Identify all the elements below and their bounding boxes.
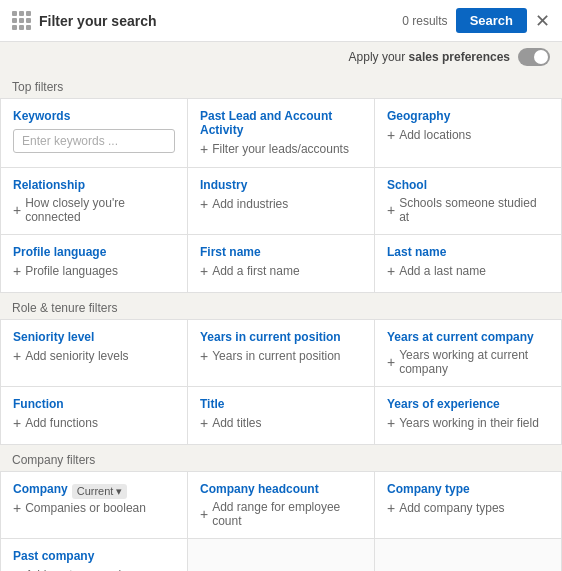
results-count: 0 results (402, 14, 447, 28)
plus-icon: + (13, 567, 21, 571)
sales-pref-label: Apply your sales preferences (349, 50, 510, 64)
sales-pref-bar: Apply your sales preferences (0, 42, 562, 72)
filter-empty-2 (375, 539, 562, 571)
plus-icon: + (13, 348, 21, 364)
filter-industry-label[interactable]: Industry (200, 178, 362, 192)
plus-icon: + (387, 202, 395, 218)
filter-geography-label[interactable]: Geography (387, 109, 549, 123)
filter-past-company-label[interactable]: Past company (13, 549, 175, 563)
filter-seniority-value[interactable]: + Add seniority levels (13, 348, 175, 364)
filter-years-current-company-value[interactable]: + Years working at current company (387, 348, 549, 376)
close-icon[interactable]: ✕ (535, 12, 550, 30)
filter-last-name-label[interactable]: Last name (387, 245, 549, 259)
plus-icon: + (200, 196, 208, 212)
filter-geography: Geography + Add locations (375, 99, 562, 168)
filter-company-value[interactable]: + Companies or boolean (13, 500, 175, 516)
company-filters-grid: Company Current ▾ + Companies or boolean… (0, 471, 562, 571)
filter-school-label[interactable]: School (387, 178, 549, 192)
keywords-input[interactable] (13, 129, 175, 153)
filter-industry-value[interactable]: + Add industries (200, 196, 362, 212)
filter-last-name: Last name + Add a last name (375, 235, 562, 293)
filter-company: Company Current ▾ + Companies or boolean (1, 472, 188, 539)
plus-icon: + (387, 354, 395, 370)
filter-company-headcount-label[interactable]: Company headcount (200, 482, 362, 496)
plus-icon: + (200, 141, 208, 157)
plus-icon: + (13, 202, 21, 218)
filter-seniority-label[interactable]: Seniority level (13, 330, 175, 344)
plus-icon: + (13, 500, 21, 516)
sales-pref-toggle[interactable] (518, 48, 550, 66)
plus-icon: + (13, 415, 21, 431)
filter-title-value[interactable]: + Add titles (200, 415, 362, 431)
top-filters-grid: Keywords Past Lead and Account Activity … (0, 98, 562, 293)
filter-function-label[interactable]: Function (13, 397, 175, 411)
filter-first-name-value[interactable]: + Add a first name (200, 263, 362, 279)
filter-years-current-pos-label[interactable]: Years in current position (200, 330, 362, 344)
filter-geography-value[interactable]: + Add locations (387, 127, 549, 143)
plus-icon: + (387, 415, 395, 431)
filter-function: Function + Add functions (1, 387, 188, 445)
filter-profile-language-label[interactable]: Profile language (13, 245, 175, 259)
filter-years-experience: Years of experience + Years working in t… (375, 387, 562, 445)
filter-past-lead-value[interactable]: + Filter your leads/accounts (200, 141, 362, 157)
role-tenure-grid: Seniority level + Add seniority levels Y… (0, 319, 562, 445)
grid-icon (12, 11, 31, 30)
filter-last-name-value[interactable]: + Add a last name (387, 263, 549, 279)
filter-seniority: Seniority level + Add seniority levels (1, 320, 188, 387)
plus-icon: + (200, 415, 208, 431)
plus-icon: + (200, 506, 208, 522)
filter-industry: Industry + Add industries (188, 168, 375, 235)
current-badge: Current ▾ (72, 484, 128, 499)
header-right: 0 results Search ✕ (402, 8, 550, 33)
section-role-tenure: Role & tenure filters (0, 293, 562, 319)
filter-years-current-company: Years at current company + Years working… (375, 320, 562, 387)
page-title: Filter your search (39, 13, 157, 29)
filter-company-label-row: Company Current ▾ (13, 482, 175, 500)
filter-relationship: Relationship + How closely you're connec… (1, 168, 188, 235)
filter-school-value[interactable]: + Schools someone studied at (387, 196, 549, 224)
filter-header: Filter your search 0 results Search ✕ (0, 0, 562, 42)
filter-company-headcount: Company headcount + Add range for employ… (188, 472, 375, 539)
filter-first-name-label[interactable]: First name (200, 245, 362, 259)
filter-years-current-pos: Years in current position + Years in cur… (188, 320, 375, 387)
header-left: Filter your search (12, 11, 157, 30)
filter-company-type: Company type + Add company types (375, 472, 562, 539)
plus-icon: + (200, 263, 208, 279)
section-company-filters: Company filters (0, 445, 562, 471)
filter-title: Title + Add titles (188, 387, 375, 445)
search-button[interactable]: Search (456, 8, 527, 33)
filter-relationship-label[interactable]: Relationship (13, 178, 175, 192)
filter-profile-language-value[interactable]: + Profile languages (13, 263, 175, 279)
plus-icon: + (387, 127, 395, 143)
filter-years-current-pos-value[interactable]: + Years in current position (200, 348, 362, 364)
filter-years-experience-value[interactable]: + Years working in their field (387, 415, 549, 431)
filter-company-type-value[interactable]: + Add company types (387, 500, 549, 516)
filter-function-value[interactable]: + Add functions (13, 415, 175, 431)
filter-years-experience-label[interactable]: Years of experience (387, 397, 549, 411)
filter-title-label[interactable]: Title (200, 397, 362, 411)
filter-first-name: First name + Add a first name (188, 235, 375, 293)
filter-keywords-label[interactable]: Keywords (13, 109, 175, 123)
filter-past-company: Past company + Add past companies (1, 539, 188, 571)
plus-icon: + (387, 500, 395, 516)
filter-profile-language: Profile language + Profile languages (1, 235, 188, 293)
filter-relationship-value[interactable]: + How closely you're connected (13, 196, 175, 224)
plus-icon: + (13, 263, 21, 279)
filter-past-lead: Past Lead and Account Activity + Filter … (188, 99, 375, 168)
section-top-filters: Top filters (0, 72, 562, 98)
plus-icon: + (387, 263, 395, 279)
filter-years-current-company-label[interactable]: Years at current company (387, 330, 549, 344)
filter-school: School + Schools someone studied at (375, 168, 562, 235)
filter-company-headcount-value[interactable]: + Add range for employee count (200, 500, 362, 528)
filter-past-company-value[interactable]: + Add past companies (13, 567, 175, 571)
filter-company-label[interactable]: Company (13, 482, 68, 496)
filter-past-lead-label[interactable]: Past Lead and Account Activity (200, 109, 362, 137)
filter-keywords: Keywords (1, 99, 188, 168)
filter-company-type-label[interactable]: Company type (387, 482, 549, 496)
filter-empty-1 (188, 539, 375, 571)
plus-icon: + (200, 348, 208, 364)
